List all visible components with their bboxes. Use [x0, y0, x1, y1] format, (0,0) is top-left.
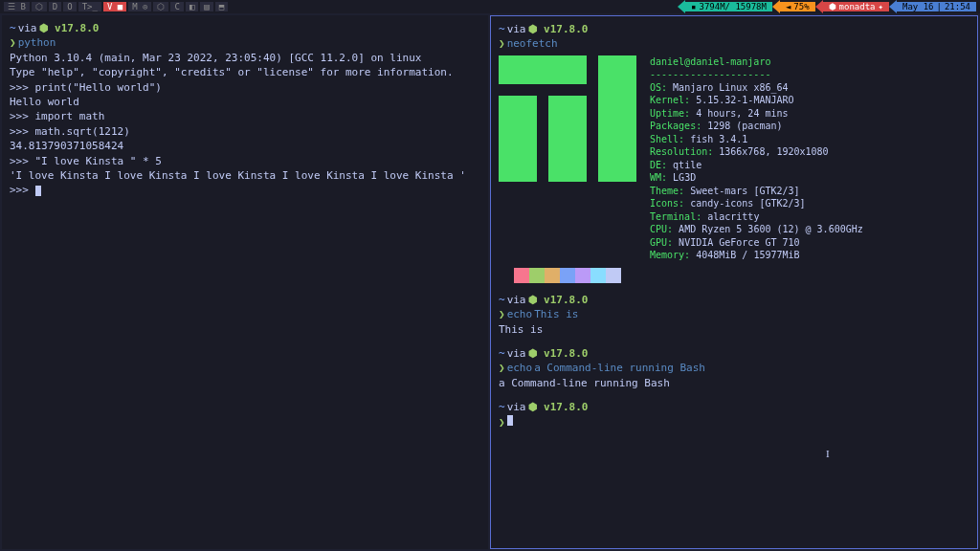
echo-block-2: ~ via ⬢ v17.8.0 ❯ echo a Command-line ru… [499, 346, 969, 390]
sysinfo-row: Memory: 4048MiB / 15977MiB [650, 249, 863, 262]
prompt-arrow-icon: ❯ [10, 35, 16, 50]
cursor-icon [35, 186, 41, 196]
sysinfo-row: CPU: AMD Ryzen 5 3600 (12) @ 3.600GHz [650, 223, 863, 236]
active-prompt[interactable]: ~ via ⬢ v17.8.0 ❯ [499, 400, 969, 430]
sysinfo-row: Shell: fish 3.4.1 [650, 133, 863, 146]
workspace-tags[interactable]: ☰ B ⬡ D O T>_ V ■ M ⊙ ⬡ C ◧ ▤ ⬒ [4, 2, 228, 11]
swatch [514, 268, 529, 283]
echo-output: This is [499, 322, 969, 337]
sysinfo-row: Uptime: 4 hours, 24 mins [650, 107, 863, 121]
sysinfo-row: Kernel: 5.15.32-1-MANJARO [650, 94, 863, 107]
status-right: ▪ 3794M/ 15978M ◄ 75% ⬢ monadta ✦ May 16… [678, 0, 976, 13]
ws-11[interactable]: ▤ [200, 2, 212, 11]
prompt-arrow-icon: ❯ [499, 361, 505, 375]
cursor-icon [507, 415, 513, 426]
sysinfo-row: DE: qtile [650, 159, 863, 172]
ws-9[interactable]: C [170, 2, 183, 11]
sysinfo-row: Terminal: alacritty [650, 210, 863, 224]
repl-out: 34.813790371058424 [10, 139, 480, 153]
swatch [606, 268, 621, 283]
prompt-row: ~ via ⬢ v17.8.0 [499, 22, 969, 36]
ws-5[interactable]: T>_ [78, 2, 101, 11]
sysinfo-row: Resolution: 1366x768, 1920x1080 [650, 145, 863, 159]
via-label: via [18, 21, 37, 35]
neofetch-block: daniel@daniel-manjaro ------------------… [499, 55, 969, 262]
swatch [590, 268, 606, 283]
cmd-python: python [18, 35, 56, 50]
sysinfo-row: Theme: Sweet-mars [GTK2/3] [650, 185, 863, 198]
swatch [560, 268, 575, 283]
cwd-tilde: ~ [499, 22, 505, 36]
repl-line: >>> "I love Kinsta " * 5 [10, 154, 480, 168]
sysinfo-row: Icons: candy-icons [GTK2/3] [650, 197, 863, 210]
user-host: daniel@daniel-manjaro [650, 55, 863, 69]
swatch [529, 268, 545, 283]
repl-line: >>> import math [10, 109, 480, 123]
repl-out: 'I love Kinsta I love Kinsta I love Kins… [10, 168, 480, 183]
workspace: ~ via ⬢ v17.8.0 ❯ python Python 3.10.4 (… [0, 13, 980, 551]
sysinfo-row: Packages: 1298 (pacman) [650, 120, 863, 133]
ws-7[interactable]: M ⊙ [128, 2, 151, 11]
swatch [575, 268, 590, 283]
ws-10[interactable]: ◧ [186, 2, 198, 11]
swatch [545, 268, 560, 283]
prompt-cmd-row: ❯ python [10, 35, 480, 50]
ws-1[interactable]: ☰ B [4, 2, 30, 11]
sysinfo-row: OS: Manjaro Linux x86_64 [650, 81, 863, 95]
echo-block-1: ~ via ⬢ v17.8.0 ❯ echo This is This is [499, 293, 969, 337]
ws-12[interactable]: ⬒ [215, 2, 228, 11]
node-version: ⬢ v17.8.0 [39, 21, 100, 35]
python-banner2: Type "help", "copyright", "credits" or "… [10, 65, 480, 79]
top-bar: ☰ B ⬡ D O T>_ V ■ M ⊙ ⬡ C ◧ ▤ ⬒ ▪ 3794M/… [0, 0, 980, 13]
cwd-tilde: ~ [10, 21, 16, 35]
ws-2[interactable]: ⬡ [32, 2, 47, 11]
manjaro-logo-icon [499, 55, 636, 182]
repl-line: >>> print("Hello world") [10, 80, 480, 95]
prompt-row: ~ via ⬢ v17.8.0 [10, 21, 480, 35]
swatch [499, 268, 514, 283]
echo-output: a Command-line running Bash [499, 376, 969, 390]
volume-status: ◄ 75% [780, 2, 815, 11]
terminal-right[interactable]: ~ via ⬢ v17.8.0 ❯ neofetch daniel@daniel… [490, 15, 978, 549]
memory-status: ▪ 3794M/ 15978M [685, 2, 772, 11]
prompt-arrow-icon: ❯ [499, 415, 505, 430]
sysinfo-row: GPU: NVIDIA GeForce GT 710 [650, 236, 863, 250]
cmd-neofetch: neofetch [507, 36, 558, 51]
system-info: daniel@daniel-manjaro ------------------… [650, 55, 863, 262]
python-banner: Python 3.10.4 (main, Mar 23 2022, 23:05:… [10, 51, 480, 65]
prompt-arrow-icon: ❯ [499, 36, 505, 51]
clock: May 16 | 21:54 [897, 2, 976, 11]
ws-6-active[interactable]: V ■ [103, 2, 126, 11]
ws-8[interactable]: ⬡ [153, 2, 168, 11]
ws-4[interactable]: O [63, 2, 76, 11]
prompt-arrow-icon: ❯ [499, 307, 505, 321]
prompt-cmd-row: ❯ neofetch [499, 36, 969, 51]
repl-out: Hello world [10, 95, 480, 109]
repl-line: >>> math.sqrt(1212) [10, 124, 480, 139]
color-palette [499, 268, 969, 283]
repl-cursor-line[interactable]: >>> [10, 183, 480, 197]
window-title: ⬢ monadta ✦ [823, 2, 889, 11]
ws-3[interactable]: D [49, 2, 61, 11]
terminal-left[interactable]: ~ via ⬢ v17.8.0 ❯ python Python 3.10.4 (… [2, 15, 488, 549]
text-cursor-icon: I [826, 447, 830, 461]
sysinfo-row: WM: LG3D [650, 171, 863, 185]
